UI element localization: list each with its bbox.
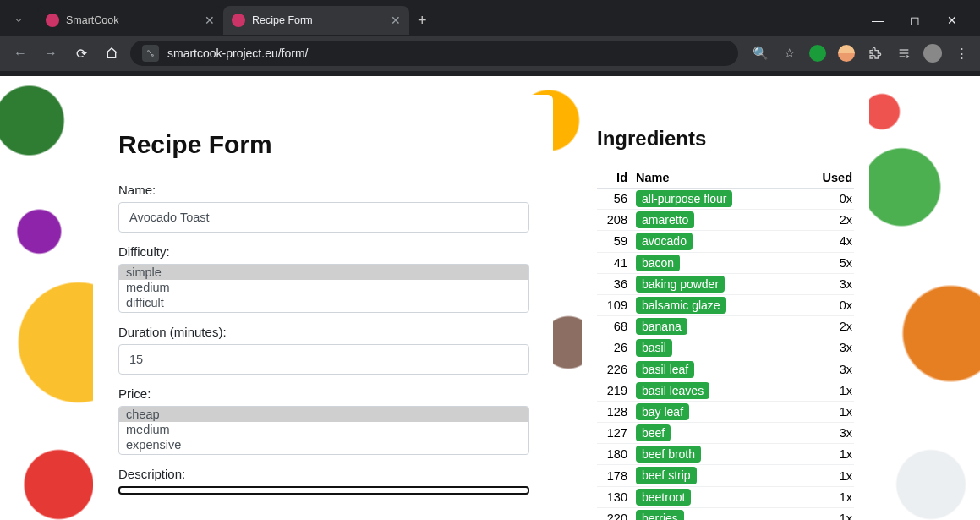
close-window-button[interactable]: ✕	[939, 14, 965, 27]
cell-id: 68	[597, 316, 634, 337]
forward-button[interactable]: →	[39, 41, 63, 65]
table-row: 226basil leaf3x	[597, 359, 854, 380]
cell-used: 3x	[813, 359, 854, 380]
cell-id: 36	[597, 273, 634, 294]
extensions-icon[interactable]	[865, 43, 885, 63]
ingredient-badge[interactable]: basil leaves	[636, 382, 709, 399]
ingredient-badge[interactable]: basil	[636, 339, 672, 356]
table-row: 26basil3x	[597, 337, 854, 359]
ingredients-card: Ingredients Id Name Used 56all-purpose f…	[582, 95, 869, 520]
tab-strip: SmartCook ✕ Recipe Form ✕ + ― ◻ ✕	[0, 0, 980, 36]
select-option[interactable]: difficult	[119, 295, 528, 310]
name-input[interactable]	[118, 202, 529, 233]
back-button[interactable]: ←	[8, 41, 32, 65]
table-row: 68banana2x	[597, 316, 854, 337]
cell-name: amaretto	[634, 210, 813, 231]
difficulty-select[interactable]: simplemediumdifficult	[118, 264, 529, 313]
address-bar[interactable]: smartcook-project.eu/form/	[130, 41, 738, 66]
select-option[interactable]: medium	[119, 422, 528, 437]
ingredient-badge[interactable]: berries	[636, 510, 684, 520]
new-tab-button[interactable]: +	[409, 12, 435, 30]
cell-name: beef broth	[634, 444, 813, 465]
cell-used: 1x	[813, 401, 854, 422]
page-content: Recipe Form Name: Difficulty: simplemedi…	[0, 76, 980, 520]
description-label: Description:	[118, 467, 529, 481]
price-label: Price:	[118, 386, 529, 401]
tab-recipe-form[interactable]: Recipe Form ✕	[223, 6, 409, 35]
tab-smartcook[interactable]: SmartCook ✕	[37, 6, 223, 35]
cell-id: 127	[597, 423, 634, 444]
table-row: 127beef3x	[597, 423, 854, 444]
ingredient-badge[interactable]: baking powder	[636, 276, 725, 293]
home-button[interactable]	[100, 41, 123, 65]
zoom-icon[interactable]: 🔍	[750, 43, 770, 63]
cell-name: banana	[634, 316, 813, 337]
tab-title: Recipe Form	[252, 14, 313, 26]
duration-input[interactable]	[118, 344, 529, 375]
cell-used: 2x	[813, 316, 854, 337]
ingredient-badge[interactable]: beef	[636, 424, 671, 441]
description-input[interactable]	[118, 486, 529, 495]
cell-name: berries	[634, 507, 813, 520]
tab-search-button[interactable]	[7, 8, 30, 32]
ingredient-badge[interactable]: beetroot	[636, 489, 691, 506]
ingredient-badge[interactable]: bay leaf	[636, 403, 689, 420]
difficulty-label: Difficulty:	[118, 244, 529, 259]
select-option[interactable]: cheap	[119, 407, 528, 422]
tab-title: SmartCook	[66, 14, 119, 26]
ingredient-badge[interactable]: beef strip	[636, 467, 697, 484]
price-select[interactable]: cheapmediumexpensive	[118, 406, 529, 455]
site-info-icon[interactable]	[142, 45, 159, 62]
ingredient-badge[interactable]: banana	[636, 318, 687, 335]
cell-used: 3x	[813, 273, 854, 294]
profile-avatar[interactable]	[923, 43, 943, 63]
select-option[interactable]: medium	[119, 280, 528, 295]
select-option[interactable]: expensive	[119, 437, 528, 452]
cell-used: 1x	[813, 380, 854, 401]
select-option[interactable]: simple	[119, 265, 528, 280]
reload-button[interactable]: ⟳	[69, 41, 93, 65]
extension-adblock[interactable]	[808, 43, 828, 63]
cell-id: 226	[597, 359, 634, 380]
browser-chrome: SmartCook ✕ Recipe Form ✕ + ― ◻ ✕ ← → ⟳ …	[0, 0, 980, 76]
svg-line-2	[149, 52, 153, 56]
table-row: 36baking powder3x	[597, 273, 854, 294]
ingredient-badge[interactable]: avocado	[636, 233, 693, 249]
toolbar: ← → ⟳ smartcook-project.eu/form/ 🔍 ☆ ⋮	[0, 36, 980, 71]
table-row: 128bay leaf1x	[597, 401, 854, 422]
ingredient-badge[interactable]: all-purpose flour	[636, 190, 732, 207]
table-row: 208amaretto2x	[597, 210, 854, 231]
cell-name: bacon	[634, 252, 813, 273]
minimize-button[interactable]: ―	[865, 14, 890, 27]
close-icon[interactable]: ✕	[391, 14, 401, 27]
ingredient-badge[interactable]: beef broth	[636, 446, 701, 463]
maximize-button[interactable]: ◻	[902, 14, 928, 27]
cell-name: bay leaf	[634, 401, 813, 422]
toolbar-right: 🔍 ☆ ⋮	[745, 43, 972, 63]
reading-list-icon[interactable]	[894, 43, 914, 63]
bookmark-icon[interactable]: ☆	[779, 43, 799, 63]
cell-id: 208	[597, 210, 634, 231]
menu-icon[interactable]: ⋮	[951, 43, 972, 63]
cell-name: basil	[634, 337, 813, 359]
cell-used: 1x	[813, 486, 854, 507]
cell-id: 41	[597, 252, 634, 273]
ingredient-badge[interactable]: basil leaf	[636, 361, 694, 378]
ingredient-badge[interactable]: amaretto	[636, 211, 694, 228]
cell-id: 59	[597, 231, 634, 252]
page-viewport: Recipe Form Name: Difficulty: simplemedi…	[0, 76, 980, 520]
ingredient-badge[interactable]: bacon	[636, 255, 680, 271]
cell-used: 3x	[813, 337, 854, 359]
ingredient-badge[interactable]: balsamic glaze	[636, 297, 726, 314]
extension-face[interactable]	[836, 43, 857, 63]
col-used: Used	[813, 167, 854, 189]
favicon-icon	[46, 14, 59, 27]
name-label: Name:	[118, 183, 529, 197]
ingredients-title: Ingredients	[597, 127, 854, 151]
page-title: Recipe Form	[118, 130, 529, 159]
cell-used: 4x	[813, 231, 854, 252]
cell-name: beetroot	[634, 486, 813, 507]
close-icon[interactable]: ✕	[205, 14, 215, 27]
cell-used: 0x	[813, 189, 854, 210]
ingredients-table: Id Name Used 56all-purpose flour0x208ama…	[597, 167, 854, 520]
